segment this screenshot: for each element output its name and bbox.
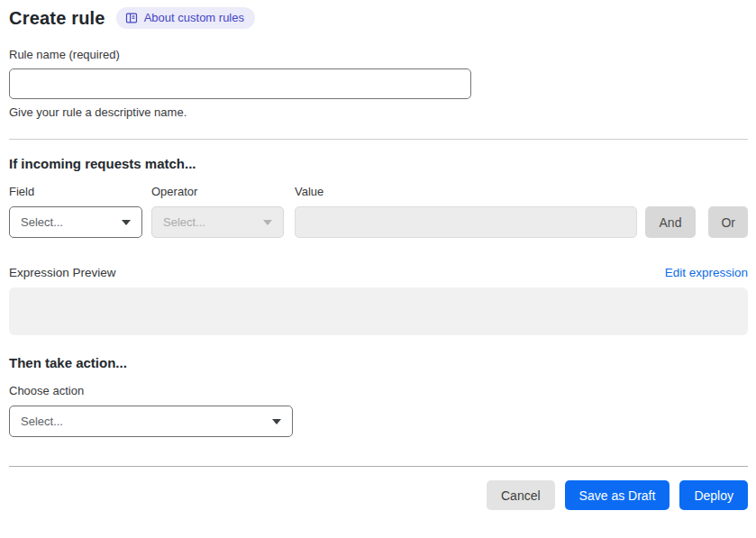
deploy-button[interactable]: Deploy xyxy=(679,480,748,510)
choose-action-label: Choose action xyxy=(9,384,748,397)
value-column: Value xyxy=(295,185,637,238)
operator-label: Operator xyxy=(151,185,284,198)
chevron-down-icon xyxy=(122,220,131,225)
rule-name-label: Rule name (required) xyxy=(9,48,748,61)
expression-preview-box xyxy=(9,287,748,335)
field-column: Field Select... xyxy=(9,185,142,238)
value-input[interactable] xyxy=(295,206,637,238)
save-as-draft-button[interactable]: Save as Draft xyxy=(565,480,670,510)
expression-preview-header: Expression Preview Edit expression xyxy=(9,266,748,279)
page-title: Create rule xyxy=(9,8,105,29)
about-custom-rules-link[interactable]: About custom rules xyxy=(116,7,255,29)
divider xyxy=(9,139,748,140)
header: Create rule About custom rules xyxy=(9,7,748,29)
match-row: Field Select... Operator Select... Value… xyxy=(9,185,748,238)
chevron-down-icon xyxy=(272,419,281,424)
choose-action-select-value: Select... xyxy=(21,415,63,428)
choose-action-select[interactable]: Select... xyxy=(9,406,293,437)
expression-preview-label: Expression Preview xyxy=(9,266,116,279)
cancel-button[interactable]: Cancel xyxy=(487,480,555,510)
edit-expression-link[interactable]: Edit expression xyxy=(665,266,748,279)
match-section-heading: If incoming requests match... xyxy=(9,156,748,171)
and-button[interactable]: And xyxy=(645,206,697,238)
about-custom-rules-label: About custom rules xyxy=(144,11,244,24)
choose-action-group: Choose action Select... xyxy=(9,384,748,437)
create-rule-form: Create rule About custom rules Rule name… xyxy=(0,0,756,510)
operator-column: Operator Select... xyxy=(151,185,284,238)
book-icon xyxy=(125,12,138,24)
rule-name-input[interactable] xyxy=(9,68,471,99)
footer-divider xyxy=(9,466,748,467)
operator-select[interactable]: Select... xyxy=(151,206,284,238)
chevron-down-icon xyxy=(263,220,272,225)
value-label: Value xyxy=(295,185,637,198)
or-button[interactable]: Or xyxy=(708,206,748,238)
field-select[interactable]: Select... xyxy=(9,206,142,238)
action-section-heading: Then take action... xyxy=(9,355,748,370)
field-select-value: Select... xyxy=(21,215,63,229)
field-label: Field xyxy=(9,185,142,198)
rule-name-group: Rule name (required) Give your rule a de… xyxy=(9,48,748,119)
footer-actions: Cancel Save as Draft Deploy xyxy=(9,480,748,510)
rule-name-helper: Give your rule a descriptive name. xyxy=(9,105,748,119)
operator-select-value: Select... xyxy=(163,215,205,229)
